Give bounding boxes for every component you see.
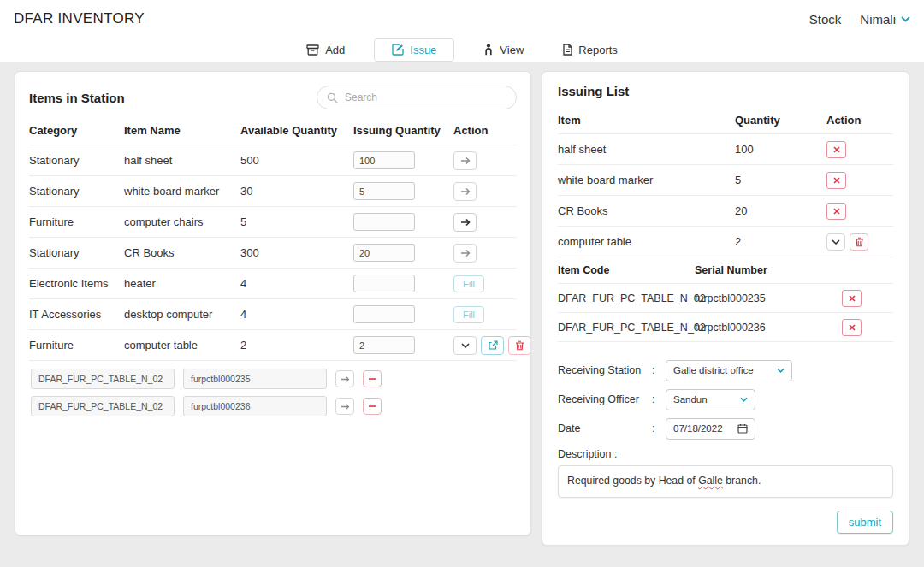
item-name: heater [124,277,240,290]
issue-arrow-button[interactable] [453,213,477,232]
item-category: Stationary [29,185,124,198]
issuing-list-panel: Issuing List Item Quantity Action half s… [542,71,909,546]
items-panel-title: Items in Station [29,91,125,105]
remove-item-button[interactable] [826,172,846,189]
view-icon [483,44,494,56]
chevron-down-icon [777,368,785,373]
issuing-item: half sheet [558,143,735,156]
arrow-right-icon [460,157,471,165]
issue-arrow-button[interactable] [453,182,477,201]
description-textarea[interactable]: Required goods by Head of Galle branch. [558,465,893,498]
minus-icon [369,378,376,380]
tab-issue[interactable]: Issue [374,38,454,62]
remove-item-button[interactable] [826,203,846,220]
item-category: Furniture [29,339,124,351]
item-row-white-board-marker: Stationary white board marker 30 [29,176,517,207]
submit-button[interactable]: submit [837,511,893,534]
issuing-qty: 20 [735,204,826,217]
serial-number-input[interactable] [183,369,327,389]
collapse-serials-button[interactable] [453,336,477,355]
issuing-quantity-input[interactable] [353,244,415,262]
chevron-down-icon [740,397,748,402]
receiving-officer-select[interactable]: Sandun [666,389,755,410]
items-in-station-panel: Items in Station Category Item Name Avai… [15,71,531,535]
stock-link[interactable]: Stock [809,12,842,27]
issuing-row-half-sheet: half sheet 100 [558,134,893,165]
arrow-right-icon [460,249,471,257]
serial-item-code: DFAR_FUR_PC_TABLE_N_02 [558,292,695,304]
item-row-computer-table: Furniture computer table 2 [29,330,517,361]
date-label: Date [558,422,652,434]
export-serials-button[interactable] [481,336,504,355]
issue-serial-arrow-button[interactable] [335,370,354,387]
issue-form: Receiving Station : Galle district offic… [558,359,893,534]
item-name: computer table [124,339,240,351]
receiving-officer-value: Sandun [673,394,708,405]
tab-issue-label: Issue [410,44,436,56]
tab-add[interactable]: Add [296,39,355,61]
issue-arrow-button[interactable] [453,151,477,170]
item-available: 30 [240,185,353,198]
col-action: Action [453,124,517,137]
issuing-quantity-input[interactable] [353,182,415,200]
remove-serial-button[interactable] [363,370,382,387]
tab-reports-label: Reports [578,44,618,56]
collapse-serials-button[interactable] [826,233,845,251]
issue-arrow-button[interactable] [453,244,477,263]
item-code-input[interactable] [31,369,175,389]
remove-serial-button[interactable] [363,398,382,415]
col-item: Item [558,114,735,127]
remove-serial-button[interactable] [842,319,862,336]
serial-entry-row [29,365,517,393]
search-box [317,86,517,109]
issuing-quantity-input[interactable] [353,151,415,169]
remove-serial-button[interactable] [842,290,862,307]
delete-row-button[interactable] [508,336,531,355]
issuing-quantity-input[interactable] [353,275,415,292]
issuing-item: white board marker [558,174,735,186]
issuing-row-computer-table: computer table 2 [558,227,893,257]
description-text: Required goods by Head of [567,475,698,487]
tab-reports[interactable]: Reports [553,39,628,61]
share-icon [488,340,498,351]
delete-item-button[interactable] [850,233,868,251]
trash-icon [515,340,524,351]
item-code-input[interactable] [31,396,175,416]
issuing-item: computer table [558,235,735,248]
user-name: Nimali [860,12,896,27]
issuing-quantity-input[interactable] [353,305,415,323]
issuing-item: CR Books [558,204,735,217]
issuing-quantity-input[interactable] [353,213,415,231]
item-row-desktop-computer: IT Accessories desktop computer 4 Fill [29,299,517,330]
issue-serial-arrow-button[interactable] [335,398,354,415]
serial-list-row: DFAR_FUR_PC_TABLE_N_02 furpctbl000235 [558,284,893,313]
date-value: 07/18/2022 [673,423,723,434]
user-menu[interactable]: Nimali [860,12,910,27]
receiving-station-select[interactable]: Galle district office [666,360,792,381]
receiving-station-label: Receiving Station [558,364,652,376]
search-icon [327,92,338,103]
issuing-table-header: Item Quantity Action [558,107,893,134]
item-available: 300 [240,246,353,259]
issuing-qty: 100 [735,143,826,156]
description-text-misspelled: Galle [698,475,723,487]
serial-number-input[interactable] [183,396,327,416]
serial-number: furpctbl000236 [695,322,842,334]
date-input[interactable]: 07/18/2022 [666,418,755,440]
tab-view[interactable]: View [473,39,534,61]
issuing-quantity-input[interactable] [353,336,415,354]
tab-view-label: View [500,44,524,56]
x-icon [833,146,840,153]
search-input[interactable] [317,86,517,109]
col-available-quantity: Available Quantity [240,124,353,137]
arrow-right-icon [460,218,471,227]
minus-icon [369,405,376,407]
arrow-right-icon [341,375,350,383]
item-row-cr-books: Stationary CR Books 300 [29,238,517,269]
remove-item-button[interactable] [826,141,846,158]
fill-button[interactable]: Fill [453,306,484,323]
issuing-qty: 2 [735,235,826,248]
item-category: Stationary [29,154,124,167]
arrow-right-icon [460,187,471,196]
fill-button[interactable]: Fill [453,275,484,292]
